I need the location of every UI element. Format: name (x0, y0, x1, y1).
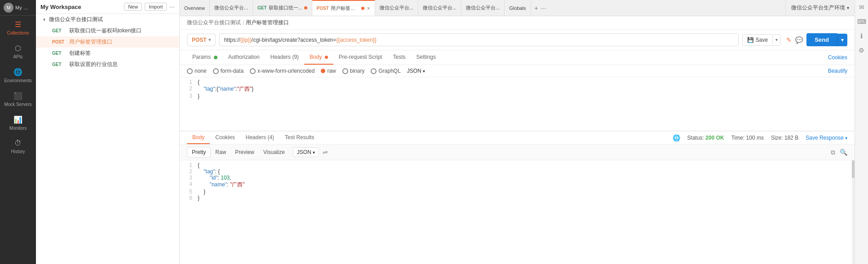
fmt-tab-visualize[interactable]: Visualize (259, 147, 289, 157)
copy-response-icon[interactable]: ⧉ (831, 149, 835, 156)
more-tabs-icon[interactable]: ··· (541, 4, 546, 12)
tab-3-active[interactable]: POST 用户标签管理... × (312, 0, 375, 16)
json-type-select[interactable]: JSON ▾ (407, 68, 425, 74)
beautify-button[interactable]: Beautify (828, 68, 847, 74)
info-icon[interactable]: ℹ (860, 32, 863, 40)
method-select[interactable]: POST ▾ (187, 34, 216, 46)
tab-4[interactable]: 微信公众平台... (375, 0, 418, 16)
sidebar-item-collections[interactable]: ☰ Collections (0, 16, 36, 40)
list-item[interactable]: GET 获取接口统一鉴权码token接口 (36, 25, 179, 36)
tab-headers[interactable]: Headers (9) (265, 50, 304, 65)
radio-binary-circle (342, 68, 348, 74)
res-tab-cookies-label: Cookies (215, 134, 235, 141)
tab-overview[interactable]: Overview (180, 0, 210, 16)
tab-globals[interactable]: Globals (505, 0, 531, 16)
status-value: 200 OK (705, 135, 724, 141)
time-value: 100 ms (746, 135, 764, 141)
sidebar-item-apis[interactable]: ⬡ APIs (0, 40, 36, 63)
radio-form-data[interactable]: form-data (213, 68, 244, 74)
line-number: 2 (180, 85, 198, 93)
res-tab-body[interactable]: Body (187, 132, 210, 144)
settings-icon[interactable]: ⚙ (859, 47, 864, 54)
res-tab-headers[interactable]: Headers (4) (240, 132, 279, 144)
keyboard-icon[interactable]: ⌨ (857, 18, 866, 25)
fmt-tab-pretty[interactable]: Pretty (187, 147, 211, 158)
comment-icon[interactable]: 💬 (795, 36, 803, 44)
tab-tests[interactable]: Tests (388, 50, 411, 65)
tab-5[interactable]: 微信公众平台... (418, 0, 461, 16)
panel-more-icon[interactable]: ··· (169, 3, 175, 10)
radio-raw[interactable]: raw (321, 68, 336, 74)
tab-1[interactable]: 微信公众平台... (210, 0, 253, 16)
tab-body[interactable]: Body (304, 50, 333, 65)
tab-params[interactable]: Params (187, 50, 223, 65)
body-active-dot (325, 56, 328, 59)
tab-3-label: 用户标签管理... (331, 5, 359, 12)
res-tab-cookies[interactable]: Cookies (210, 132, 240, 144)
code-line: 5 } (180, 189, 855, 195)
method-chevron-icon: ▾ (208, 37, 211, 42)
save-button-main[interactable]: 💾 Save (743, 35, 772, 45)
code-line: 3 } (180, 93, 855, 99)
tab-1-label: 微信公众平台... (214, 4, 248, 11)
filter-icon[interactable]: ⇌ (323, 149, 328, 156)
cookies-link[interactable]: Cookies (828, 54, 847, 61)
tab-authorization[interactable]: Authorization (223, 50, 265, 65)
fmt-tab-raw[interactable]: Raw (211, 147, 230, 157)
collection-item[interactable]: ▾ 微信公众平台接口测试 (36, 14, 179, 25)
list-item[interactable]: POST 用户标签管理接口 (36, 36, 179, 48)
edit-icon[interactable]: ✎ (786, 36, 792, 44)
new-button[interactable]: New (124, 3, 142, 11)
res-tab-test-results[interactable]: Test Results (279, 132, 319, 144)
list-item[interactable]: GET 创建标签 (36, 48, 179, 59)
list-item[interactable]: GET 获取设置的行业信息 (36, 59, 179, 70)
response-area: Body Cookies Headers (4) Test Results 🌐 … (180, 131, 855, 264)
tab-2[interactable]: GET 获取接口统一... (253, 0, 312, 16)
radio-binary[interactable]: binary (342, 68, 365, 74)
sidebar-item-history[interactable]: ⏱ History (0, 135, 36, 158)
tab-settings[interactable]: Settings (411, 50, 441, 65)
json-type-chevron: ▾ (423, 69, 425, 74)
tab-3-close[interactable]: × (367, 5, 370, 12)
radio-none[interactable]: none (187, 68, 207, 74)
import-button[interactable]: Import (145, 3, 167, 11)
response-scrollbar[interactable] (852, 160, 855, 264)
sidebar-item-environments[interactable]: 🌐 Environments (0, 63, 36, 87)
tab-2-method: GET (257, 5, 267, 10)
send-button[interactable]: Send (806, 33, 837, 46)
line-content: { (198, 162, 199, 168)
workspace-header[interactable]: M My Workspace (0, 0, 36, 16)
sidebar-item-monitors[interactable]: 📊 Monitors (0, 111, 36, 135)
tab-params-label: Params (192, 54, 211, 60)
send-dropdown-button[interactable]: ▾ (837, 34, 847, 46)
url-display[interactable]: https://{{ip}}/cgi-bin/tags/create?acces… (219, 33, 739, 46)
comments-icon[interactable]: ✉ (859, 4, 864, 11)
line-number: 3 (180, 175, 198, 181)
save-button-group[interactable]: 💾 Save ▾ (742, 34, 781, 46)
tab-3-method: POST (317, 6, 329, 11)
save-response-button[interactable]: Save Response ▾ (806, 135, 847, 141)
method-badge-get: GET (52, 62, 66, 67)
panel-header: My Workspace New Import ··· (36, 0, 179, 14)
save-dropdown-button[interactable]: ▾ (772, 35, 780, 44)
line-content: "name": "广西" (198, 181, 244, 189)
breadcrumb-separator: / (243, 20, 244, 26)
add-tab-icon[interactable]: + (535, 4, 538, 12)
response-status: 🌐 Status: 200 OK Time: 100 ms Size: 182 … (673, 134, 847, 141)
tab-6[interactable]: 微信公众平台... (461, 0, 505, 16)
radio-graphql-label: GraphQL (378, 68, 400, 74)
search-response-icon[interactable]: 🔍 (840, 149, 847, 156)
fmt-tab-preview[interactable]: Preview (230, 147, 259, 157)
sidebar-item-environments-label: Environments (4, 78, 31, 84)
tab-5-label: 微信公众平台... (423, 4, 456, 11)
format-type-select[interactable]: JSON ▾ (293, 147, 319, 157)
env-selector[interactable]: 微信公众平台生产环境 ▾ (785, 0, 855, 16)
radio-urlencoded[interactable]: x-www-form-urlencoded (250, 68, 314, 74)
request-body-editor[interactable]: 1 { 2 "tag":{"name":"广西"} 3 } (180, 77, 855, 131)
line-content: } (198, 195, 199, 201)
line-number: 3 (180, 93, 198, 99)
radio-graphql[interactable]: GraphQL (371, 68, 400, 74)
environments-icon: 🌐 (13, 68, 22, 76)
tab-pre-request[interactable]: Pre-request Script (333, 50, 388, 65)
sidebar-item-mock-servers[interactable]: ⬛ Mock Servers (0, 87, 36, 111)
